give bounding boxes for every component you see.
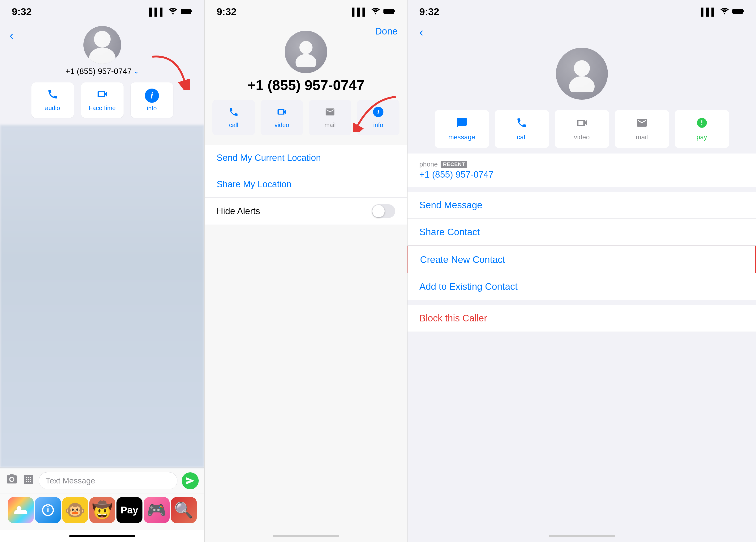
share-contact-item[interactable]: Share Contact	[408, 219, 756, 246]
done-button[interactable]: Done	[375, 26, 398, 37]
facetime-button[interactable]: FaceTime	[81, 82, 124, 118]
svg-rect-1	[181, 9, 191, 14]
status-bar-2: 9:32 ▌▌▌	[205, 0, 407, 21]
status-icons-3: ▌▌▌	[701, 7, 744, 16]
contact-number-1: +1 (855) 957-0747	[65, 67, 132, 76]
pay-icon-3	[696, 117, 708, 132]
text-message-input[interactable]: Text Message	[39, 472, 177, 489]
home-bar-1	[69, 535, 135, 537]
send-button-1[interactable]	[182, 472, 199, 489]
phone3-header: ‹	[408, 21, 756, 43]
send-location-item[interactable]: Send My Current Location	[205, 145, 407, 171]
svg-point-7	[375, 13, 376, 15]
phone3-phone-label: phone RECENT	[419, 161, 744, 168]
mail-label-2: mail	[324, 121, 336, 129]
memoji1-dock-icon[interactable]: 🐵	[62, 497, 88, 523]
svg-point-15	[724, 13, 725, 15]
input-area-1: Text Message 🐵 🤠 Pay	[0, 467, 204, 542]
back-button-3[interactable]: ‹	[419, 25, 423, 39]
svg-point-18	[574, 60, 590, 76]
wifi-icon-2	[371, 7, 380, 16]
svg-rect-17	[743, 10, 744, 12]
svg-point-6	[17, 506, 21, 511]
message-label-3: message	[448, 134, 475, 141]
appstore-icon-1[interactable]	[22, 473, 34, 488]
svg-rect-9	[394, 10, 395, 12]
audio-button[interactable]: audio	[31, 82, 74, 118]
photos-dock-icon[interactable]	[8, 497, 34, 523]
phone2-list: Send My Current Location Share My Locati…	[205, 140, 407, 530]
battery-icon-1	[181, 8, 193, 16]
status-icons-2: ▌▌▌	[352, 7, 395, 16]
video-button-2[interactable]: video	[261, 100, 303, 135]
video-label-2: video	[275, 121, 289, 129]
audio-label: audio	[45, 104, 60, 112]
camera-icon-1[interactable]	[6, 473, 18, 488]
phone2-phone-number: +1 (855) 957-0747	[247, 77, 364, 93]
phone3-phone-row: phone RECENT +1 (855) 957-0747	[408, 154, 756, 187]
call-button-3[interactable]: call	[495, 110, 549, 148]
appstore-dock-icon[interactable]	[35, 497, 61, 523]
svg-rect-16	[733, 9, 743, 14]
info-label-1: info	[147, 105, 157, 112]
back-button-1[interactable]: ‹	[9, 28, 13, 43]
signal-icon-2: ▌▌▌	[352, 8, 368, 16]
hide-alerts-label: Hide Alerts	[217, 206, 260, 216]
message-button-3[interactable]: message	[435, 110, 489, 148]
time-2: 9:32	[217, 6, 236, 17]
pay-label-3: pay	[696, 134, 707, 141]
home-indicator-3	[408, 530, 756, 542]
svg-rect-8	[384, 9, 394, 14]
video-icon-3	[576, 117, 588, 132]
call-icon-3	[516, 117, 528, 132]
phone-2-wrapper: 9:32 ▌▌▌	[204, 0, 408, 542]
message-icon-3	[456, 117, 468, 132]
svg-point-4	[89, 47, 116, 64]
battery-icon-2	[383, 8, 395, 16]
hide-alerts-toggle[interactable]	[372, 204, 395, 218]
text-input-placeholder: Text Message	[46, 476, 95, 485]
call-icon-2	[228, 107, 239, 120]
video-button-3[interactable]: video	[555, 110, 609, 148]
input-row-1: Text Message	[0, 468, 204, 494]
signal-icon-1: ▌▌▌	[149, 8, 165, 16]
signal-icon-3: ▌▌▌	[701, 8, 717, 16]
chevron-icon-1: ⌄	[133, 67, 139, 75]
status-bar-1: 9:32 ▌▌▌	[0, 0, 204, 21]
phone1-header: ‹ +1 (855) 957-0747 ⌄ audio	[0, 21, 204, 125]
call-button-2[interactable]: call	[212, 100, 255, 135]
hide-alerts-row: Hide Alerts	[205, 198, 407, 225]
home-indicator-2	[205, 530, 407, 542]
wifi-icon-1	[168, 7, 177, 16]
phone3-action-strip: message call video mail	[408, 104, 756, 154]
facetime-label: FaceTime	[89, 104, 116, 112]
gamecontroller-dock-icon[interactable]: 🎮	[144, 497, 170, 523]
mail-button-3[interactable]: mail	[615, 110, 669, 148]
block-caller-item[interactable]: Block this Caller	[408, 305, 756, 332]
phone3-content: phone RECENT +1 (855) 957-0747 Send Mess…	[408, 154, 756, 530]
home-bar-3	[549, 535, 615, 537]
send-message-item[interactable]: Send Message	[408, 192, 756, 219]
mail-button-2[interactable]: mail	[309, 100, 351, 135]
red-arrow-annotation-2	[353, 90, 400, 132]
phone-2: 9:32 ▌▌▌	[204, 0, 408, 542]
video-icon-2	[277, 107, 287, 120]
pay-button-3[interactable]: pay	[675, 110, 729, 148]
facetime-icon	[97, 89, 108, 103]
video-label-3: video	[574, 134, 590, 141]
phone3-phone-number[interactable]: +1 (855) 957-0747	[419, 170, 744, 180]
svg-point-10	[299, 41, 312, 54]
phone3-avatar	[556, 48, 608, 100]
contact-name-row: +1 (855) 957-0747 ⌄	[65, 67, 139, 76]
search-dock-icon[interactable]: 🔍	[171, 497, 197, 523]
create-new-contact-item[interactable]: Create New Contact	[408, 246, 756, 273]
share-location-item[interactable]: Share My Location	[205, 171, 407, 198]
mail-icon-2	[325, 107, 335, 120]
home-bar-2	[273, 535, 339, 537]
add-existing-contact-item[interactable]: Add to Existing Contact	[408, 273, 756, 300]
svg-rect-2	[191, 10, 192, 12]
svg-point-19	[569, 76, 595, 92]
memoji2-dock-icon[interactable]: 🤠	[89, 497, 115, 523]
applepay-dock-icon[interactable]: Pay	[116, 497, 142, 523]
call-label-2: call	[229, 121, 238, 129]
